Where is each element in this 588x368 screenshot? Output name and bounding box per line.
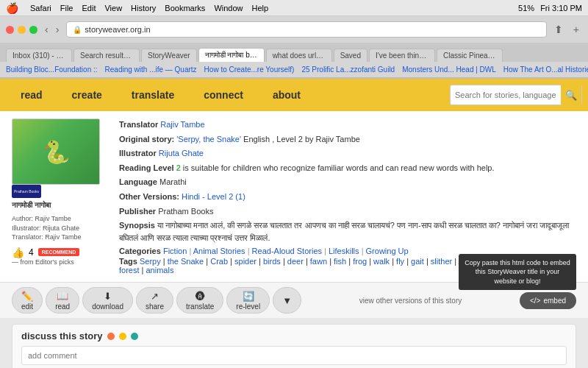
tab-saved[interactable]: Saved	[334, 49, 368, 62]
add-tab-button[interactable]: +	[570, 22, 582, 37]
close-button[interactable]	[6, 26, 14, 34]
download-button[interactable]: ⬇ download	[82, 287, 133, 314]
tab-url[interactable]: what does url stand...	[266, 49, 332, 62]
file-menu[interactable]: File	[60, 4, 74, 13]
read-button[interactable]: 📖 read	[46, 287, 79, 314]
window-menu[interactable]: Window	[214, 4, 243, 13]
address-bar[interactable]: 🔒 storyweaver.org.in	[66, 21, 546, 38]
tab-search[interactable]: Search results - Goo...	[74, 49, 140, 62]
category-growingup[interactable]: Growing Up	[366, 247, 409, 255]
other-versions-link[interactable]: Hindi - Level 2 (1)	[182, 192, 245, 201]
minimize-button[interactable]	[18, 26, 26, 34]
fullscreen-button[interactable]	[29, 26, 37, 34]
tag-fly[interactable]: fly	[396, 257, 404, 266]
search-bar: 🔍	[450, 85, 582, 105]
book-cover: 🐍	[12, 118, 100, 185]
chevron-down-button[interactable]: ▼	[273, 287, 301, 314]
bookmark-prolific[interactable]: 25 Prolific La...zzofanti Guild	[301, 66, 395, 74]
bookmarks-bar: Building Bloc...Foundation :: Reading wi…	[0, 62, 588, 78]
action-bar: ✏️ edit 📖 read ⬇ download ↗ share 🅐 tran…	[0, 282, 588, 318]
nav-buttons: ‹ ›	[42, 22, 62, 37]
other-versions-row: Other Versions: Hindi - Level 2 (1)	[119, 191, 576, 204]
safari-menu[interactable]: Safari	[30, 4, 51, 13]
nav-create[interactable]: create	[57, 79, 117, 111]
dot-yellow	[119, 333, 126, 340]
tag-deer[interactable]: deer	[287, 257, 304, 266]
tab-nagmodi[interactable]: नागमोडी नागोबा by Raj...	[198, 48, 265, 62]
embed-label: embed	[543, 297, 566, 305]
illustrator-line: Illustrator: Rijuta Ghate	[12, 224, 107, 233]
site-nav: read create translate connect about 🔍	[0, 79, 588, 111]
tag-snake[interactable]: the Snake	[168, 257, 204, 266]
editor-pick-text: — from Editor's picks	[12, 258, 74, 266]
discuss-title: discuss this story	[21, 330, 103, 342]
tab-inbox[interactable]: Inbox (310) - menak...	[6, 49, 72, 62]
tag-animals[interactable]: animals	[146, 266, 174, 275]
history-menu[interactable]: History	[131, 4, 156, 13]
code-icon: </>	[530, 297, 540, 305]
category-lifeskills[interactable]: Lifeskills	[329, 247, 359, 255]
category-readaloud[interactable]: Read-Aloud Stories	[252, 247, 322, 255]
apple-icon[interactable]: 🍎	[6, 2, 18, 14]
tag-slither[interactable]: slither	[431, 257, 452, 266]
publisher-logo-text: Pratham Books	[14, 189, 39, 194]
original-story-link[interactable]: 'Serpy, the Snake'	[176, 135, 241, 144]
tag-forest[interactable]: forest	[119, 266, 140, 275]
embed-button[interactable]: Copy paste this html code to embed this …	[520, 292, 576, 309]
menubar-right: 51% Fri 3:10 PM	[518, 4, 582, 13]
search-input[interactable]	[451, 89, 561, 101]
illustrator-label: Illustrator	[119, 149, 157, 158]
translator-label: Translator	[119, 120, 158, 129]
traffic-lights	[6, 26, 37, 34]
edit-button[interactable]: ✏️ edit	[12, 287, 43, 314]
tag-birds[interactable]: birds	[263, 257, 281, 266]
translate-button[interactable]: 🅐 translate	[176, 287, 223, 314]
relevel-button[interactable]: 🔄 re-level	[226, 287, 270, 314]
illustrator-name-link[interactable]: Rijuta Ghate	[159, 149, 204, 158]
tab-thinking[interactable]: I've been thinking fo...	[369, 49, 435, 62]
browser-chrome: ‹ › 🔒 storyweaver.org.in ⬆ + Inbox (310)…	[0, 16, 588, 79]
snake-illustration: 🐍	[43, 139, 70, 165]
bookmark-building[interactable]: Building Bloc...Foundation ::	[6, 66, 98, 74]
author-line: Author: Rajiv Tambe	[12, 214, 107, 224]
tag-fawn[interactable]: fawn	[310, 257, 327, 266]
edit-menu[interactable]: Edit	[82, 4, 96, 13]
translator-name-link[interactable]: Rajiv Tambe	[160, 120, 204, 129]
synopsis-label: Synopsis	[119, 221, 155, 230]
tab-pineapple[interactable]: Classic Pineapple U...	[437, 49, 503, 62]
tag-walk[interactable]: walk	[373, 257, 390, 266]
dot-orange	[107, 333, 115, 340]
view-menu[interactable]: View	[104, 4, 122, 13]
category-fiction[interactable]: Fiction	[163, 247, 187, 255]
category-animal[interactable]: Animal Stories	[193, 247, 245, 255]
forward-button[interactable]: ›	[53, 22, 62, 37]
book-meta: Author: Rajiv Tambe Illustrator: Rijuta …	[12, 214, 107, 242]
publisher-label: Publisher	[119, 207, 156, 216]
comment-input[interactable]	[21, 346, 567, 365]
nav-translate[interactable]: translate	[117, 79, 189, 111]
categories-label: Categories	[119, 247, 161, 255]
nav-read[interactable]: read	[6, 79, 57, 111]
nav-about[interactable]: about	[258, 79, 315, 111]
back-button[interactable]: ‹	[42, 22, 51, 37]
tag-serpy[interactable]: Serpy	[140, 257, 161, 266]
nav-connect[interactable]: connect	[189, 79, 258, 111]
search-button[interactable]: 🔍	[561, 85, 581, 105]
chevron-down-icon: ▼	[282, 295, 292, 306]
tag-fish[interactable]: fish	[334, 257, 346, 266]
bookmark-art[interactable]: How The Art O...al Histories	[503, 66, 588, 74]
bookmark-monsters[interactable]: Monsters Und... Head | DWL	[402, 66, 496, 74]
help-menu[interactable]: Help	[252, 4, 269, 13]
language-value: Marathi	[159, 177, 187, 186]
tag-frog[interactable]: frog	[353, 257, 367, 266]
share-browser-button[interactable]: ⬆	[551, 22, 566, 37]
tab-storyweaver[interactable]: StoryWeaver	[141, 49, 197, 62]
tag-crab[interactable]: Crab	[210, 257, 228, 266]
bookmark-reading[interactable]: Reading with ...ife — Quartz	[105, 66, 197, 74]
share-button[interactable]: ↗ share	[136, 287, 173, 314]
bookmarks-menu[interactable]: Bookmarks	[165, 4, 205, 13]
tag-spider[interactable]: spider	[234, 257, 257, 266]
tag-gait[interactable]: gait	[411, 257, 424, 266]
bookmark-create[interactable]: How to Create...re Yourself)	[204, 66, 295, 74]
wifi-status: 51%	[518, 4, 534, 13]
